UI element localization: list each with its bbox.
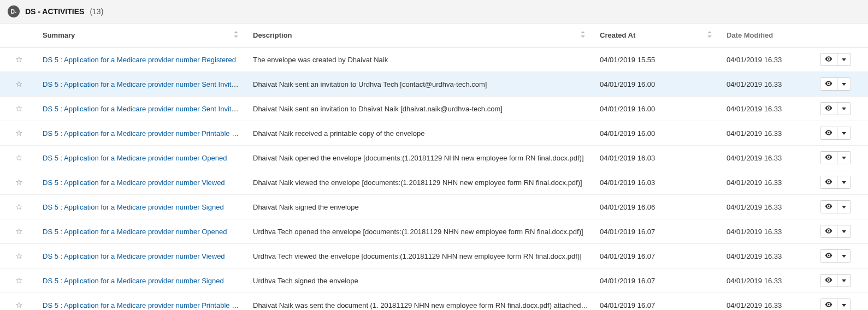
row-menu-button[interactable] [837,275,851,287]
summary-link[interactable]: DS 5 : Application for a Medicare provid… [43,80,247,88]
favorite-star-icon[interactable]: ☆ [15,153,22,163]
svg-marker-3 [581,35,585,38]
favorite-star-icon[interactable]: ☆ [15,128,22,138]
table-row: ☆DS 5 : Application for a Medicare provi… [0,293,868,311]
preview-button[interactable] [820,299,837,310]
created-at-cell: 04/01/2019 16.00 [594,72,721,97]
preview-button[interactable] [820,225,837,237]
favorite-star-icon[interactable]: ☆ [15,226,22,236]
preview-button[interactable] [820,53,837,65]
summary-link[interactable]: DS 5 : Application for a Medicare provid… [43,154,227,162]
column-label: Description [253,31,292,39]
table-row: ☆DS 5 : Application for a Medicare provi… [0,195,868,219]
svg-point-10 [828,157,830,158]
preview-button[interactable] [820,152,837,164]
row-menu-button[interactable] [837,250,851,262]
date-modified-cell: 04/01/2019 16.33 [721,195,817,219]
row-actions [820,78,851,91]
preview-button[interactable] [820,275,837,287]
table-row: ☆DS 5 : Application for a Medicare provi… [0,170,868,195]
column-header-created-at[interactable]: Created At [594,23,721,47]
summary-link[interactable]: DS 5 : Application for a Medicare provid… [43,252,225,260]
row-actions [820,200,851,213]
preview-button[interactable] [820,78,837,90]
description-cell: Dhaivat Naik was sent the document (1. 2… [247,293,594,311]
column-header-actions [817,23,868,47]
table-row: ☆DS 5 : Application for a Medicare provi… [0,219,868,244]
preview-button[interactable] [820,127,837,139]
chevron-down-icon [842,108,846,110]
created-at-cell: 04/01/2019 16.07 [594,219,721,244]
row-menu-button[interactable] [837,176,851,188]
favorite-star-icon[interactable]: ☆ [15,79,22,89]
row-menu-button[interactable] [837,152,851,164]
favorite-star-icon[interactable]: ☆ [15,104,22,114]
favorite-star-icon[interactable]: ☆ [15,251,22,261]
created-at-cell: 04/01/2019 16.03 [594,170,721,195]
favorite-star-icon[interactable]: ☆ [15,177,22,187]
description-cell: Urdhva Tech opened the envelope [documen… [247,219,594,244]
svg-point-16 [828,304,830,306]
date-modified-cell: 04/01/2019 16.33 [721,97,817,121]
svg-marker-4 [707,31,712,33]
chevron-down-icon [842,230,846,233]
preview-button[interactable] [820,103,837,115]
favorite-star-icon[interactable]: ☆ [15,55,22,64]
table-row: ☆DS 5 : Application for a Medicare provi… [0,146,868,170]
summary-link[interactable]: DS 5 : Application for a Medicare provid… [43,228,227,236]
summary-link[interactable]: DS 5 : Application for a Medicare provid… [43,129,247,138]
description-cell: Dhaivat Naik viewed the envelope [docume… [247,170,594,195]
date-modified-cell: 04/01/2019 16.33 [721,219,817,244]
favorite-star-icon[interactable]: ☆ [15,202,22,212]
description-cell: Dhaivat Naik opened the envelope [docume… [247,146,594,170]
preview-button[interactable] [820,250,837,262]
column-header-date-modified[interactable]: Date Modified [721,23,817,47]
chevron-down-icon [842,83,846,86]
chevron-down-icon [842,255,846,258]
column-label: Date Modified [727,31,773,39]
summary-link[interactable]: DS 5 : Application for a Medicare provid… [43,105,247,113]
summary-link[interactable]: DS 5 : Application for a Medicare provid… [43,203,224,211]
created-at-cell: 04/01/2019 16.03 [594,146,721,170]
created-at-cell: 04/01/2019 16.07 [594,244,721,269]
column-header-summary[interactable]: Summary [37,23,247,47]
svg-point-14 [828,255,830,257]
row-menu-button[interactable] [837,225,851,237]
row-menu-button[interactable] [837,53,851,65]
svg-point-9 [828,132,830,134]
description-cell: Dhaivat Naik signed the envelope [247,195,594,219]
table-row: ☆DS 5 : Application for a Medicare provi… [0,244,868,269]
panel-header: D- DS - ACTIVITIES (13) [0,0,868,23]
summary-link[interactable]: DS 5 : Application for a Medicare provid… [43,301,247,309]
row-menu-button[interactable] [837,299,851,310]
column-header-description[interactable]: Description [247,23,594,47]
row-menu-button[interactable] [837,201,851,213]
table-row: ☆DS 5 : Application for a Medicare provi… [0,121,868,146]
eye-icon [825,178,832,186]
favorite-star-icon[interactable]: ☆ [15,276,22,285]
date-modified-cell: 04/01/2019 16.33 [721,72,817,97]
svg-point-11 [828,181,830,183]
row-menu-button[interactable] [837,127,851,139]
svg-marker-5 [707,35,712,38]
eye-icon [825,277,832,284]
summary-link[interactable]: DS 5 : Application for a Medicare provid… [43,178,225,187]
preview-button[interactable] [820,176,837,188]
favorite-star-icon[interactable]: ☆ [15,300,22,310]
svg-point-15 [828,279,830,281]
row-menu-button[interactable] [837,78,851,90]
chevron-down-icon [842,181,846,184]
description-cell: Dhaivat Naik received a printable copy o… [247,121,594,146]
chevron-down-icon [842,206,846,208]
row-actions [820,249,851,263]
eye-icon [825,252,832,260]
preview-button[interactable] [820,201,837,213]
date-modified-cell: 04/01/2019 16.33 [721,293,817,311]
svg-marker-0 [234,31,238,33]
summary-link[interactable]: DS 5 : Application for a Medicare provid… [43,277,224,285]
chevron-down-icon [842,279,846,282]
summary-link[interactable]: DS 5 : Application for a Medicare provid… [43,56,236,64]
row-menu-button[interactable] [837,103,851,115]
table-row: ☆DS 5 : Application for a Medicare provi… [0,269,868,293]
created-at-cell: 04/01/2019 16.00 [594,121,721,146]
